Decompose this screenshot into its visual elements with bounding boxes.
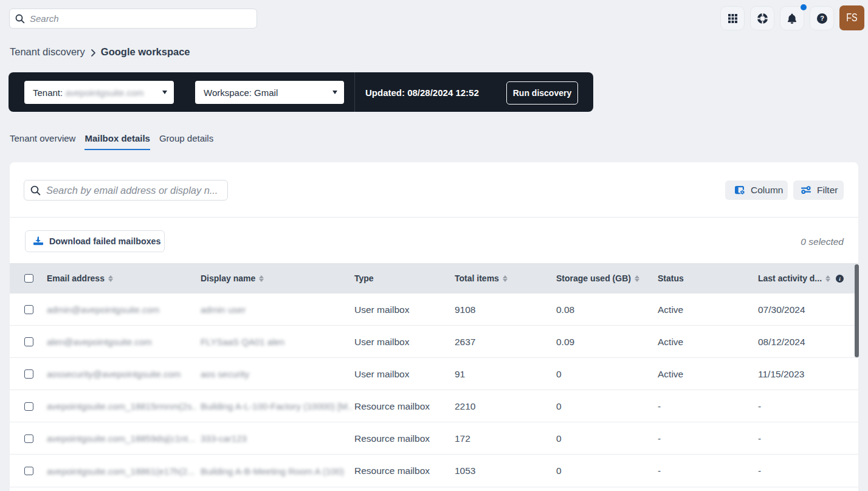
svg-text:?: ? xyxy=(820,15,824,22)
